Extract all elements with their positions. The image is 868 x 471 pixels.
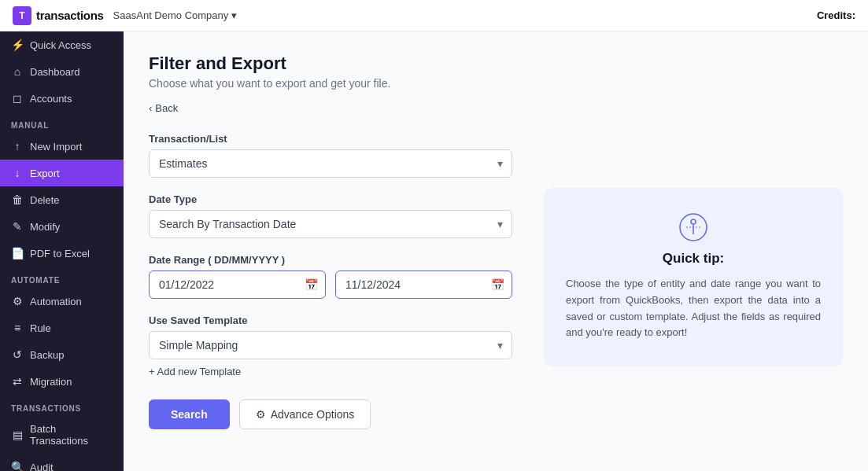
date-range-group: Date Range ( DD/MM/YYYY ) 📅 📅 [149,254,512,299]
svg-point-1 [691,219,696,224]
section-label-manual: MANUAL [0,112,124,133]
sidebar-item-migration[interactable]: ⇄ Migration [0,368,124,395]
transaction-list-group: Transaction/List Estimates Invoices Bill… [149,133,512,178]
logo-text: transactions [36,9,104,22]
sidebar-label-backup: Backup [30,349,64,361]
date-type-group: Date Type Search By Transaction Date Sea… [149,193,512,238]
date-range-label: Date Range ( DD/MM/YYYY ) [149,254,512,266]
sidebar-label-modify: Modify [30,221,60,233]
action-row: Search ⚙ Advance Options [149,399,512,429]
calendar-from-icon: 📅 [305,278,318,291]
dashboard-icon: ⌂ [11,65,24,78]
sidebar-item-dashboard[interactable]: ⌂ Dashboard [0,58,124,85]
sidebar-label-quick-access: Quick Access [30,39,91,51]
date-type-label: Date Type [149,193,512,205]
sidebar-item-modify[interactable]: ✎ Modify [0,213,124,240]
export-form: Transaction/List Estimates Invoices Bill… [149,133,512,429]
sidebar-item-pdf-to-excel[interactable]: 📄 PDF to Excel [0,240,124,267]
date-range-row: 📅 📅 [149,270,512,299]
sidebar-item-rule[interactable]: ≡ Rule [0,315,124,341]
transaction-list-label: Transaction/List [149,133,512,145]
company-chevron-icon: ▾ [231,9,237,21]
sidebar-label-new-import: New Import [30,141,82,153]
sidebar-label-pdf-to-excel: PDF to Excel [30,248,90,259]
layout: ⚡ Quick Access ⌂ Dashboard ◻ Accounts MA… [0,31,868,471]
batch-transactions-icon: ▤ [11,429,24,441]
back-link[interactable]: ‹ Back [149,102,843,114]
date-to-input[interactable] [335,270,512,299]
migration-icon: ⇄ [11,375,24,388]
search-button[interactable]: Search [149,399,230,429]
sidebar-label-audit: Audit [30,462,54,472]
sidebar-label-accounts: Accounts [30,93,72,105]
date-to-wrapper: 📅 [335,270,512,299]
logo: T transactions [13,6,104,25]
add-template-link[interactable]: + Add new Template [149,366,241,377]
calendar-to-icon: 📅 [491,278,504,291]
company-selector[interactable]: SaasAnt Demo Company ▾ [113,9,238,21]
advance-options-button[interactable]: ⚙ Advance Options [239,399,371,429]
section-label-transactions: TRANSACTIONS [0,395,124,416]
content-area: Transaction/List Estimates Invoices Bill… [149,133,843,429]
export-icon: ↓ [11,167,24,179]
sidebar-label-dashboard: Dashboard [30,66,80,78]
topbar: T transactions SaasAnt Demo Company ▾ Cr… [0,0,868,31]
sidebar-item-backup[interactable]: ↺ Backup [0,341,124,368]
main-content: Filter and Export Choose what you want t… [124,31,868,471]
sidebar-item-quick-access[interactable]: ⚡ Quick Access [0,31,124,58]
sidebar-item-delete[interactable]: 🗑 Delete [0,186,124,213]
sidebar-item-new-import[interactable]: ↑ New Import [0,133,124,160]
template-select-wrapper: Simple Mapping Default Custom [149,331,512,359]
sidebar-label-automation: Automation [30,296,82,307]
sidebar-label-export: Export [30,167,60,179]
date-type-select[interactable]: Search By Transaction Date Search By Cre… [149,210,512,238]
pdf-to-excel-icon: 📄 [11,247,24,259]
transaction-list-select[interactable]: Estimates Invoices Bills Payments [149,149,512,178]
tip-title: Quick tip: [566,251,821,267]
modify-icon: ✎ [11,220,24,233]
page-title: Filter and Export [149,53,843,74]
accounts-icon: ◻ [11,92,24,105]
sidebar-item-export[interactable]: ↓ Export [0,160,124,186]
section-label-automate: AUTOMATE [0,267,124,288]
back-label: Back [155,102,178,114]
audit-icon: 🔍 [11,461,24,471]
logo-icon: T [13,6,31,25]
new-import-icon: ↑ [11,140,24,153]
sidebar-item-audit[interactable]: 🔍 Audit [0,454,124,471]
sidebar-label-migration: Migration [30,376,72,388]
date-from-wrapper: 📅 [149,270,326,299]
rule-icon: ≡ [11,322,24,334]
date-from-input[interactable] [149,270,326,299]
sidebar: ⚡ Quick Access ⌂ Dashboard ◻ Accounts MA… [0,31,124,471]
transaction-list-select-wrapper: Estimates Invoices Bills Payments [149,149,512,178]
automation-icon: ⚙ [11,295,24,307]
advance-options-icon: ⚙ [256,408,266,421]
back-chevron-icon: ‹ [149,102,152,114]
quick-access-icon: ⚡ [11,39,24,51]
sidebar-label-delete: Delete [30,194,60,206]
sidebar-item-automation[interactable]: ⚙ Automation [0,288,124,315]
tip-icon [566,213,821,241]
tip-text: Choose the type of entity and date range… [566,276,821,341]
advance-options-label: Advance Options [271,408,355,421]
delete-icon: 🗑 [11,193,24,206]
backup-icon: ↺ [11,348,24,361]
template-select[interactable]: Simple Mapping Default Custom [149,331,512,359]
page-subtitle: Choose what you want to export and get y… [149,77,843,90]
template-label: Use Saved Template [149,315,512,326]
date-type-select-wrapper: Search By Transaction Date Search By Cre… [149,210,512,238]
sidebar-item-batch-transactions[interactable]: ▤ Batch Transactions [0,416,124,454]
add-template-label: + Add new Template [149,366,241,377]
sidebar-item-accounts[interactable]: ◻ Accounts [0,85,124,112]
credits-label: Credits: [817,9,855,21]
company-name: SaasAnt Demo Company [113,9,229,21]
template-group: Use Saved Template Simple Mapping Defaul… [149,315,512,377]
tip-card: Quick tip: Choose the type of entity and… [544,188,843,366]
sidebar-label-rule: Rule [30,322,51,334]
sidebar-label-batch-transactions: Batch Transactions [30,423,113,447]
